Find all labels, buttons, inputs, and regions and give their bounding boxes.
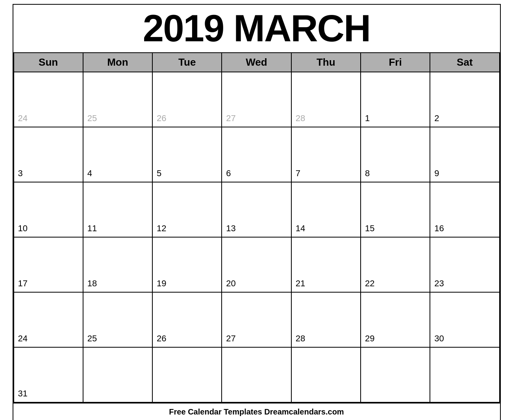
day-number: 20 [226, 278, 235, 289]
day-header-wed: Wed [222, 53, 291, 72]
calendar-grid: SunMonTueWedThuFriSat2425262728123456789… [13, 53, 500, 403]
day-cell[interactable]: 16 [430, 182, 500, 238]
day-cell[interactable] [361, 348, 430, 403]
day-cell[interactable]: 5 [153, 127, 222, 182]
day-number: 16 [434, 223, 444, 234]
day-number: 15 [365, 223, 374, 234]
day-cell[interactable]: 24 [14, 293, 83, 348]
day-cell[interactable]: 15 [361, 182, 430, 238]
day-number: 14 [296, 223, 305, 234]
day-cell[interactable]: 27 [222, 293, 291, 348]
day-header-mon: Mon [83, 53, 153, 72]
day-cell[interactable]: 4 [83, 127, 153, 182]
day-cell[interactable]: 18 [83, 238, 153, 293]
day-number: 18 [87, 278, 97, 289]
day-cell[interactable]: 23 [430, 238, 500, 293]
day-header-sat: Sat [430, 53, 500, 72]
day-header-tue: Tue [153, 53, 222, 72]
day-number: 28 [296, 333, 305, 344]
day-cell[interactable]: 26 [153, 293, 222, 348]
day-number: 5 [157, 168, 161, 179]
day-cell[interactable]: 13 [222, 182, 291, 238]
day-number: 8 [365, 168, 370, 179]
day-number: 26 [157, 113, 166, 123]
day-number: 23 [434, 278, 444, 289]
day-cell[interactable]: 2 [430, 72, 500, 127]
day-cell[interactable]: 28 [292, 72, 361, 127]
day-cell[interactable]: 3 [14, 127, 83, 182]
day-number: 12 [157, 223, 166, 234]
day-cell[interactable]: 24 [14, 72, 83, 127]
day-number: 26 [157, 333, 166, 344]
calendar-footer: Free Calendar Templates Dreamcalendars.c… [13, 403, 500, 420]
day-cell[interactable]: 22 [361, 238, 430, 293]
day-cell[interactable] [430, 348, 500, 403]
day-cell[interactable]: 28 [292, 293, 361, 348]
day-number: 4 [87, 168, 92, 179]
day-cell[interactable]: 1 [361, 72, 430, 127]
day-number: 22 [365, 278, 374, 289]
day-cell[interactable]: 29 [361, 293, 430, 348]
day-cell[interactable] [222, 348, 291, 403]
day-number: 13 [226, 223, 235, 234]
day-number: 6 [226, 168, 231, 179]
day-cell[interactable]: 9 [430, 127, 500, 182]
day-cell[interactable]: 19 [153, 238, 222, 293]
day-number: 17 [18, 278, 28, 289]
day-cell[interactable]: 10 [14, 182, 83, 238]
day-header-thu: Thu [292, 53, 361, 72]
day-cell[interactable]: 25 [83, 293, 153, 348]
calendar-title: 2019 MARCH [13, 5, 500, 53]
day-number: 1 [365, 113, 370, 123]
day-number: 31 [18, 389, 28, 399]
day-number: 25 [87, 333, 97, 344]
day-cell[interactable] [292, 348, 361, 403]
day-number: 27 [226, 113, 235, 123]
day-number: 28 [296, 113, 305, 123]
day-cell[interactable]: 6 [222, 127, 291, 182]
day-cell[interactable]: 14 [292, 182, 361, 238]
day-number: 29 [365, 333, 374, 344]
day-number: 21 [296, 278, 305, 289]
day-cell[interactable] [153, 348, 222, 403]
day-cell[interactable]: 31 [14, 348, 83, 403]
day-cell[interactable]: 17 [14, 238, 83, 293]
day-number: 24 [18, 333, 28, 344]
day-number: 7 [296, 168, 300, 179]
day-cell[interactable]: 20 [222, 238, 291, 293]
day-header-fri: Fri [361, 53, 430, 72]
day-number: 30 [434, 333, 444, 344]
day-cell[interactable]: 26 [153, 72, 222, 127]
day-cell[interactable]: 25 [83, 72, 153, 127]
day-header-sun: Sun [14, 53, 83, 72]
day-number: 19 [157, 278, 166, 289]
day-number: 10 [18, 223, 28, 234]
day-number: 3 [18, 168, 23, 179]
day-cell[interactable]: 11 [83, 182, 153, 238]
day-number: 2 [434, 113, 439, 123]
day-cell[interactable]: 27 [222, 72, 291, 127]
day-number: 11 [87, 223, 97, 234]
day-number: 9 [434, 168, 439, 179]
day-cell[interactable]: 12 [153, 182, 222, 238]
day-cell[interactable]: 30 [430, 293, 500, 348]
day-cell[interactable]: 8 [361, 127, 430, 182]
day-cell[interactable] [83, 348, 153, 403]
calendar-container: 2019 MARCH SunMonTueWedThuFriSat24252627… [13, 4, 501, 420]
day-number: 25 [87, 113, 97, 123]
day-number: 24 [18, 113, 28, 123]
day-number: 27 [226, 333, 235, 344]
day-cell[interactable]: 21 [292, 238, 361, 293]
day-cell[interactable]: 7 [292, 127, 361, 182]
